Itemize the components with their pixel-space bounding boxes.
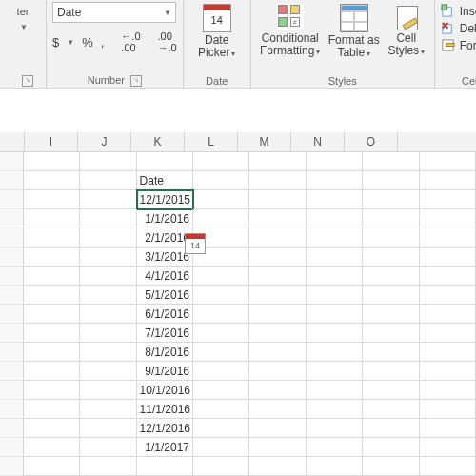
cell[interactable]: [363, 267, 419, 286]
insert-button[interactable]: Insert▾: [441, 4, 476, 18]
increase-decimal-button[interactable]: ←.0.00: [121, 30, 140, 53]
cell[interactable]: [420, 190, 476, 209]
cell[interactable]: [307, 267, 363, 286]
cell[interactable]: 5/1/2016: [137, 286, 193, 305]
cell[interactable]: [307, 419, 363, 438]
cell[interactable]: [193, 267, 249, 286]
format-button[interactable]: Format▾: [441, 38, 476, 52]
cell[interactable]: [193, 457, 249, 476]
cell[interactable]: [307, 190, 363, 209]
cell[interactable]: 12/1/2015: [137, 190, 193, 209]
cell[interactable]: [249, 171, 306, 190]
cell[interactable]: [24, 209, 80, 228]
cell[interactable]: [420, 381, 476, 400]
cell[interactable]: [307, 343, 363, 362]
cell[interactable]: [80, 267, 136, 286]
cell[interactable]: [363, 362, 419, 381]
cell[interactable]: [24, 152, 80, 171]
cell[interactable]: [249, 248, 306, 267]
cell[interactable]: [193, 419, 249, 438]
cell[interactable]: [24, 381, 80, 400]
cell[interactable]: [24, 324, 80, 343]
cell[interactable]: [307, 438, 363, 457]
cell[interactable]: 4/1/2016: [137, 267, 193, 286]
cell[interactable]: [363, 190, 419, 209]
cell[interactable]: 1/1/2016: [137, 209, 193, 228]
cell[interactable]: [420, 305, 476, 324]
cell[interactable]: [363, 286, 419, 305]
cell[interactable]: [307, 305, 363, 324]
cell[interactable]: [307, 457, 363, 476]
cell[interactable]: [80, 324, 136, 343]
cell[interactable]: [307, 324, 363, 343]
cell[interactable]: [24, 171, 80, 190]
cell[interactable]: [420, 152, 476, 171]
cell[interactable]: [24, 419, 80, 438]
cell[interactable]: 10/1/2016: [137, 381, 193, 400]
cell[interactable]: [363, 419, 419, 438]
cell[interactable]: [249, 286, 306, 305]
cell[interactable]: [307, 228, 363, 248]
cell[interactable]: [80, 209, 136, 228]
cell[interactable]: [307, 400, 363, 419]
cell[interactable]: [24, 305, 80, 324]
cell[interactable]: [80, 343, 136, 362]
cell[interactable]: [80, 381, 136, 400]
cell[interactable]: [249, 400, 306, 419]
delete-button[interactable]: Delete▾: [441, 21, 476, 35]
cell[interactable]: [80, 362, 136, 381]
cell[interactable]: [420, 343, 476, 362]
cell[interactable]: [80, 305, 136, 324]
cell[interactable]: [249, 457, 306, 476]
cell[interactable]: [193, 209, 249, 228]
cell[interactable]: [24, 438, 80, 457]
cell[interactable]: 6/1/2016: [137, 305, 193, 324]
cell[interactable]: [363, 324, 419, 343]
cell[interactable]: Date: [137, 171, 193, 190]
cell[interactable]: [420, 457, 476, 476]
cell[interactable]: [193, 343, 249, 362]
format-as-table-button[interactable]: Format as Table▾: [327, 2, 381, 60]
cell[interactable]: [420, 267, 476, 286]
cell[interactable]: [80, 286, 136, 305]
cell[interactable]: [307, 209, 363, 228]
format-painter-fragment[interactable]: ter: [17, 6, 30, 17]
cell[interactable]: [80, 171, 136, 190]
cell[interactable]: [137, 152, 193, 171]
cell[interactable]: [80, 248, 136, 267]
cell[interactable]: [420, 228, 476, 248]
cell[interactable]: 7/1/2016: [137, 324, 193, 343]
cell-styles-button[interactable]: Cell Styles▾: [385, 2, 428, 58]
column-header[interactable]: J: [78, 132, 131, 151]
inline-date-picker-button[interactable]: 14: [185, 233, 206, 254]
cell[interactable]: [24, 362, 80, 381]
cell[interactable]: [249, 305, 306, 324]
cell[interactable]: [420, 324, 476, 343]
cell[interactable]: [249, 362, 306, 381]
cell[interactable]: [193, 305, 249, 324]
cell[interactable]: [193, 286, 249, 305]
dialog-launcher-icon[interactable]: ↘: [22, 75, 33, 87]
percent-button[interactable]: %: [82, 35, 93, 50]
cell[interactable]: [249, 324, 306, 343]
cell[interactable]: [420, 400, 476, 419]
cell[interactable]: [24, 457, 80, 476]
number-format-dropdown[interactable]: Date ▼: [52, 2, 176, 23]
cell[interactable]: [249, 209, 306, 228]
column-header[interactable]: M: [238, 132, 291, 151]
cell[interactable]: [363, 152, 419, 171]
cell[interactable]: [363, 209, 419, 228]
cell[interactable]: [24, 228, 80, 248]
comma-style-button[interactable]: ,: [101, 35, 105, 50]
cell[interactable]: [80, 152, 136, 171]
cell[interactable]: [363, 438, 419, 457]
cell[interactable]: [80, 438, 136, 457]
cell[interactable]: [307, 248, 363, 267]
cell[interactable]: [307, 362, 363, 381]
cell[interactable]: [137, 457, 193, 476]
cell[interactable]: [24, 248, 80, 267]
cell[interactable]: [24, 343, 80, 362]
cell[interactable]: [420, 362, 476, 381]
cell[interactable]: [420, 438, 476, 457]
cell[interactable]: [193, 438, 249, 457]
